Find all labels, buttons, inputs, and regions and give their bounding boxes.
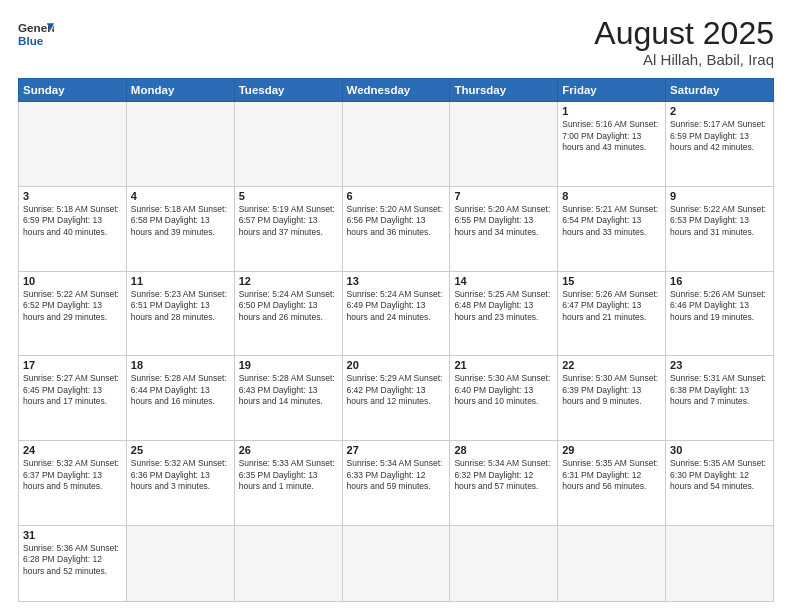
calendar-cell-1-1: 4Sunrise: 5:18 AM Sunset: 6:58 PM Daylig… xyxy=(126,186,234,271)
calendar-cell-1-5: 8Sunrise: 5:21 AM Sunset: 6:54 PM Daylig… xyxy=(558,186,666,271)
day-number: 16 xyxy=(670,275,769,287)
calendar-cell-1-2: 5Sunrise: 5:19 AM Sunset: 6:57 PM Daylig… xyxy=(234,186,342,271)
day-info: Sunrise: 5:36 AM Sunset: 6:28 PM Dayligh… xyxy=(23,543,122,577)
calendar-cell-3-3: 20Sunrise: 5:29 AM Sunset: 6:42 PM Dayli… xyxy=(342,356,450,441)
day-info: Sunrise: 5:30 AM Sunset: 6:40 PM Dayligh… xyxy=(454,373,553,407)
calendar-cell-0-6: 2Sunrise: 5:17 AM Sunset: 6:59 PM Daylig… xyxy=(666,102,774,187)
day-info: Sunrise: 5:32 AM Sunset: 6:37 PM Dayligh… xyxy=(23,458,122,492)
page: General Blue August 2025 Al Hillah, Babi… xyxy=(0,0,792,612)
day-number: 9 xyxy=(670,190,769,202)
calendar-cell-1-4: 7Sunrise: 5:20 AM Sunset: 6:55 PM Daylig… xyxy=(450,186,558,271)
day-number: 24 xyxy=(23,444,122,456)
day-number: 15 xyxy=(562,275,661,287)
day-number: 18 xyxy=(131,359,230,371)
day-info: Sunrise: 5:23 AM Sunset: 6:51 PM Dayligh… xyxy=(131,289,230,323)
day-number: 21 xyxy=(454,359,553,371)
day-info: Sunrise: 5:24 AM Sunset: 6:50 PM Dayligh… xyxy=(239,289,338,323)
header-saturday: Saturday xyxy=(666,79,774,102)
calendar-cell-0-5: 1Sunrise: 5:16 AM Sunset: 7:00 PM Daylig… xyxy=(558,102,666,187)
day-number: 31 xyxy=(23,529,122,541)
calendar-title: August 2025 xyxy=(594,16,774,51)
day-info: Sunrise: 5:31 AM Sunset: 6:38 PM Dayligh… xyxy=(670,373,769,407)
day-info: Sunrise: 5:22 AM Sunset: 6:52 PM Dayligh… xyxy=(23,289,122,323)
calendar-cell-2-3: 13Sunrise: 5:24 AM Sunset: 6:49 PM Dayli… xyxy=(342,271,450,356)
day-info: Sunrise: 5:33 AM Sunset: 6:35 PM Dayligh… xyxy=(239,458,338,492)
calendar-cell-5-4 xyxy=(450,525,558,601)
day-info: Sunrise: 5:35 AM Sunset: 6:30 PM Dayligh… xyxy=(670,458,769,492)
day-number: 4 xyxy=(131,190,230,202)
header-friday: Friday xyxy=(558,79,666,102)
calendar-cell-2-6: 16Sunrise: 5:26 AM Sunset: 6:46 PM Dayli… xyxy=(666,271,774,356)
calendar-cell-1-6: 9Sunrise: 5:22 AM Sunset: 6:53 PM Daylig… xyxy=(666,186,774,271)
weekday-header-row: Sunday Monday Tuesday Wednesday Thursday… xyxy=(19,79,774,102)
day-info: Sunrise: 5:30 AM Sunset: 6:39 PM Dayligh… xyxy=(562,373,661,407)
day-number: 1 xyxy=(562,105,661,117)
day-number: 26 xyxy=(239,444,338,456)
calendar-cell-5-3 xyxy=(342,525,450,601)
day-info: Sunrise: 5:18 AM Sunset: 6:58 PM Dayligh… xyxy=(131,204,230,238)
day-info: Sunrise: 5:27 AM Sunset: 6:45 PM Dayligh… xyxy=(23,373,122,407)
header-thursday: Thursday xyxy=(450,79,558,102)
calendar-cell-4-5: 29Sunrise: 5:35 AM Sunset: 6:31 PM Dayli… xyxy=(558,441,666,526)
calendar-cell-0-1 xyxy=(126,102,234,187)
day-info: Sunrise: 5:16 AM Sunset: 7:00 PM Dayligh… xyxy=(562,119,661,153)
generalblue-logo-icon: General Blue xyxy=(18,16,54,52)
calendar-cell-5-2 xyxy=(234,525,342,601)
calendar-cell-5-1 xyxy=(126,525,234,601)
day-info: Sunrise: 5:24 AM Sunset: 6:49 PM Dayligh… xyxy=(347,289,446,323)
calendar-cell-0-0 xyxy=(19,102,127,187)
calendar-cell-3-5: 22Sunrise: 5:30 AM Sunset: 6:39 PM Dayli… xyxy=(558,356,666,441)
calendar-table: Sunday Monday Tuesday Wednesday Thursday… xyxy=(18,78,774,602)
calendar-cell-5-6 xyxy=(666,525,774,601)
week-row-3: 17Sunrise: 5:27 AM Sunset: 6:45 PM Dayli… xyxy=(19,356,774,441)
svg-text:General: General xyxy=(18,21,54,34)
week-row-4: 24Sunrise: 5:32 AM Sunset: 6:37 PM Dayli… xyxy=(19,441,774,526)
calendar-cell-0-4 xyxy=(450,102,558,187)
day-info: Sunrise: 5:26 AM Sunset: 6:46 PM Dayligh… xyxy=(670,289,769,323)
calendar-subtitle: Al Hillah, Babil, Iraq xyxy=(594,51,774,68)
calendar-cell-3-6: 23Sunrise: 5:31 AM Sunset: 6:38 PM Dayli… xyxy=(666,356,774,441)
week-row-1: 3Sunrise: 5:18 AM Sunset: 6:59 PM Daylig… xyxy=(19,186,774,271)
day-number: 13 xyxy=(347,275,446,287)
day-info: Sunrise: 5:17 AM Sunset: 6:59 PM Dayligh… xyxy=(670,119,769,153)
calendar-cell-5-0: 31Sunrise: 5:36 AM Sunset: 6:28 PM Dayli… xyxy=(19,525,127,601)
day-number: 8 xyxy=(562,190,661,202)
day-info: Sunrise: 5:28 AM Sunset: 6:44 PM Dayligh… xyxy=(131,373,230,407)
day-number: 22 xyxy=(562,359,661,371)
day-number: 29 xyxy=(562,444,661,456)
calendar-cell-4-2: 26Sunrise: 5:33 AM Sunset: 6:35 PM Dayli… xyxy=(234,441,342,526)
day-info: Sunrise: 5:26 AM Sunset: 6:47 PM Dayligh… xyxy=(562,289,661,323)
calendar-cell-1-3: 6Sunrise: 5:20 AM Sunset: 6:56 PM Daylig… xyxy=(342,186,450,271)
day-number: 6 xyxy=(347,190,446,202)
day-number: 11 xyxy=(131,275,230,287)
calendar-cell-2-1: 11Sunrise: 5:23 AM Sunset: 6:51 PM Dayli… xyxy=(126,271,234,356)
calendar-cell-1-0: 3Sunrise: 5:18 AM Sunset: 6:59 PM Daylig… xyxy=(19,186,127,271)
day-info: Sunrise: 5:19 AM Sunset: 6:57 PM Dayligh… xyxy=(239,204,338,238)
day-number: 7 xyxy=(454,190,553,202)
calendar-cell-2-4: 14Sunrise: 5:25 AM Sunset: 6:48 PM Dayli… xyxy=(450,271,558,356)
day-info: Sunrise: 5:32 AM Sunset: 6:36 PM Dayligh… xyxy=(131,458,230,492)
header: General Blue August 2025 Al Hillah, Babi… xyxy=(18,16,774,68)
day-info: Sunrise: 5:20 AM Sunset: 6:56 PM Dayligh… xyxy=(347,204,446,238)
header-wednesday: Wednesday xyxy=(342,79,450,102)
day-number: 20 xyxy=(347,359,446,371)
day-info: Sunrise: 5:20 AM Sunset: 6:55 PM Dayligh… xyxy=(454,204,553,238)
svg-text:Blue: Blue xyxy=(18,34,44,47)
day-number: 27 xyxy=(347,444,446,456)
calendar-cell-3-0: 17Sunrise: 5:27 AM Sunset: 6:45 PM Dayli… xyxy=(19,356,127,441)
calendar-cell-3-4: 21Sunrise: 5:30 AM Sunset: 6:40 PM Dayli… xyxy=(450,356,558,441)
calendar-cell-5-5 xyxy=(558,525,666,601)
calendar-cell-2-2: 12Sunrise: 5:24 AM Sunset: 6:50 PM Dayli… xyxy=(234,271,342,356)
header-monday: Monday xyxy=(126,79,234,102)
week-row-5: 31Sunrise: 5:36 AM Sunset: 6:28 PM Dayli… xyxy=(19,525,774,601)
header-tuesday: Tuesday xyxy=(234,79,342,102)
day-info: Sunrise: 5:21 AM Sunset: 6:54 PM Dayligh… xyxy=(562,204,661,238)
calendar-cell-4-4: 28Sunrise: 5:34 AM Sunset: 6:32 PM Dayli… xyxy=(450,441,558,526)
day-number: 2 xyxy=(670,105,769,117)
day-info: Sunrise: 5:28 AM Sunset: 6:43 PM Dayligh… xyxy=(239,373,338,407)
day-info: Sunrise: 5:35 AM Sunset: 6:31 PM Dayligh… xyxy=(562,458,661,492)
day-number: 30 xyxy=(670,444,769,456)
day-number: 19 xyxy=(239,359,338,371)
week-row-0: 1Sunrise: 5:16 AM Sunset: 7:00 PM Daylig… xyxy=(19,102,774,187)
day-info: Sunrise: 5:34 AM Sunset: 6:32 PM Dayligh… xyxy=(454,458,553,492)
